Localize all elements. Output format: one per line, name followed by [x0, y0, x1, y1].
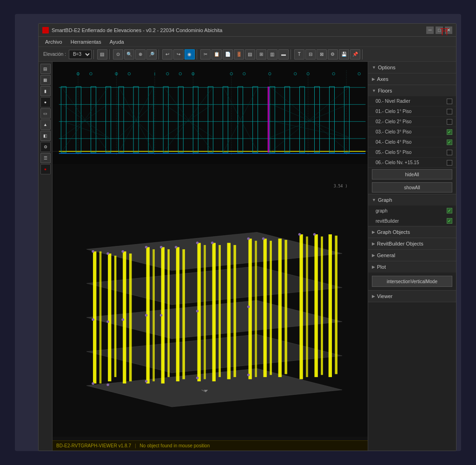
text-btn[interactable]: T [294, 49, 304, 60]
select-btn[interactable]: ◉ [185, 49, 195, 60]
settings-btn[interactable]: ⚙ [328, 49, 338, 60]
tool4-btn[interactable]: 🚪 [234, 49, 244, 60]
graph-objects-chevron: ▶ [372, 230, 375, 234]
menu-archivo[interactable]: Archivo [41, 38, 66, 46]
intersection-btn[interactable]: intersectionVerticalMode [372, 276, 452, 287]
menu-herramientas[interactable]: Herramientas [67, 38, 105, 46]
elevation-label: Elevación : [43, 52, 66, 57]
zoom-out-btn[interactable]: 🔎 [146, 49, 157, 60]
tool2-btn[interactable]: 📋 [212, 49, 222, 60]
hideall-btn[interactable]: hideAll [372, 169, 452, 179]
zoom-in-btn[interactable]: 🔍 [124, 49, 134, 60]
svg-rect-102 [270, 241, 272, 375]
svg-point-131 [106, 384, 109, 386]
svg-point-118 [211, 242, 213, 244]
status-separator: | [135, 443, 136, 448]
svg-rect-85 [123, 252, 126, 384]
undo-btn[interactable]: ↩ [162, 49, 172, 60]
floor-checkbox-2[interactable] [447, 119, 452, 125]
floor-checkbox-1[interactable] [447, 109, 452, 114]
floor-checkbox-4[interactable] [447, 140, 452, 145]
left-stair-btn[interactable]: ▲ [40, 120, 51, 130]
floor-label-4: 04.- Cielo 4° Piso [376, 140, 411, 145]
floor-row-2[interactable]: 02.- Cielo 2° Piso [368, 117, 456, 127]
floor-row-3[interactable]: 03.- Cielo 3° Piso [368, 127, 456, 137]
left-panel: ▤ ▦ ▮ ● ▭ ▲ ◧ ⚙ ☰ ● [39, 62, 53, 451]
content-area: ▤ ▦ ▮ ● ▭ ▲ ◧ ⚙ ☰ ● [39, 62, 456, 451]
graph-item-checkbox-0[interactable] [447, 208, 452, 213]
options-chevron: ▼ [372, 65, 376, 70]
left-tools-btn[interactable]: ⚙ [40, 142, 51, 152]
axes-header[interactable]: ▶ Axes [368, 73, 456, 85]
left-layers-btn[interactable]: ☰ [40, 153, 51, 163]
tool6-btn[interactable]: ⊞ [256, 49, 266, 60]
minimize-button[interactable]: ─ [426, 27, 434, 34]
svg-rect-110 [335, 236, 337, 374]
axes-section: ▶ Axes [368, 73, 456, 85]
plot-header[interactable]: ▶ Plot [368, 261, 456, 272]
graph-item-row-0[interactable]: graph [368, 206, 456, 216]
menu-ayuda[interactable]: Ayuda [106, 38, 128, 46]
left-report-btn[interactable]: ● [40, 164, 51, 174]
left-circle-btn[interactable]: ● [40, 97, 51, 107]
left-floors-btn[interactable]: ▦ [40, 75, 51, 85]
save-btn[interactable]: 💾 [339, 49, 349, 60]
graph-section: ▼ Graph graphrevitBuilder [368, 194, 456, 226]
showall-btn[interactable]: showAll [372, 182, 452, 193]
svg-rect-105 [299, 234, 303, 379]
zoom-center-btn[interactable]: ⊕ [135, 49, 145, 60]
left-beam-btn[interactable]: ▭ [40, 108, 51, 119]
tool5-btn[interactable]: ▤ [245, 49, 255, 60]
graph-header[interactable]: ▼ Graph [368, 194, 456, 206]
floors-header[interactable]: ▼ Floors [368, 85, 456, 96]
viewer-header[interactable]: ▶ Viewer [368, 291, 456, 302]
svg-rect-84 [114, 256, 117, 377]
options-section: ▼ Options [368, 62, 456, 73]
graph-objects-header[interactable]: ▶ Graph Objects [368, 226, 456, 238]
table-btn[interactable]: ⊟ [305, 49, 316, 60]
viewer-label: Viewer [377, 293, 392, 299]
svg-point-128 [196, 310, 198, 312]
elevation-select[interactable]: B=3 B=2 B=1 [69, 50, 92, 59]
svg-point-122 [313, 233, 316, 235]
view-btn[interactable]: ▤ [97, 49, 107, 60]
table2-btn[interactable]: ⊠ [317, 49, 327, 60]
general-header[interactable]: ▶ General [368, 250, 456, 261]
floor-checkbox-6[interactable] [447, 160, 452, 166]
svg-rect-103 [278, 239, 282, 377]
left-col-btn[interactable]: ▮ [40, 86, 51, 96]
svg-point-134 [247, 374, 250, 376]
revit-objects-header[interactable]: ▶ RevitBuilder Objects [368, 238, 456, 249]
svg-rect-98 [233, 245, 236, 377]
tool1-btn[interactable]: ✂ [200, 49, 211, 60]
floor-checkbox-0[interactable] [447, 99, 452, 104]
floor-checkbox-5[interactable] [447, 150, 452, 155]
tool7-btn[interactable]: ▥ [267, 49, 278, 60]
tool8-btn[interactable]: ▬ [278, 49, 289, 60]
floor-row-6[interactable]: 06.- Cielo Nv. +15.15 [368, 158, 456, 168]
left-door-btn[interactable]: ◧ [40, 131, 51, 141]
floor-rows-container: 00.- Nivel Radier01.- Cielo 1° Piso02.- … [368, 96, 456, 168]
floor-row-0[interactable]: 00.- Nivel Radier [368, 96, 456, 106]
view-group: ▤ [95, 49, 110, 60]
tool3-btn[interactable]: 📄 [223, 49, 233, 60]
zoom-fit-btn[interactable]: ⊙ [113, 49, 123, 60]
status-version: BD-E2-RVTGRAPH-VIEWER v1.8.7 [56, 443, 131, 448]
graph-item-row-1[interactable]: revitBuilder [368, 216, 456, 226]
floor-label-0: 00.- Nivel Radier [376, 99, 410, 104]
floor-row-4[interactable]: 04.- Cielo 4° Piso [368, 137, 456, 147]
floor-row-1[interactable]: 01.- Cielo 1° Piso [368, 106, 456, 117]
graph-item-checkbox-1[interactable] [447, 218, 452, 224]
redo-btn[interactable]: ↪ [173, 49, 184, 60]
options-header[interactable]: ▼ Options [368, 62, 456, 73]
toolbar: Elevación : B=3 B=2 B=1 ▤ ⊙ 🔍 ⊕ 🔎 ↩ ↪ ◉ [39, 47, 456, 62]
floor-checkbox-3[interactable] [447, 129, 452, 135]
svg-rect-107 [314, 234, 317, 377]
viewer-section: ▶ Viewer [368, 291, 456, 302]
svg-point-119 [247, 237, 250, 239]
left-walls-btn[interactable]: ▤ [40, 64, 51, 74]
svg-point-129 [247, 306, 250, 308]
note-btn[interactable]: 📌 [350, 49, 360, 60]
floor-row-5[interactable]: 05.- Cielo 5° Piso [368, 147, 456, 158]
measure-group: T ⊟ ⊠ ⚙ 💾 📌 [292, 49, 363, 60]
